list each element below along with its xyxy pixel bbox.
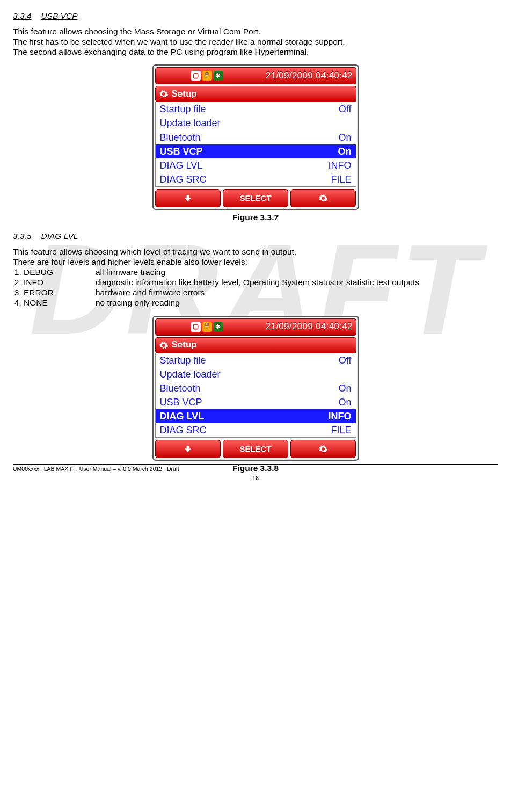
level-description: all firmware tracing (96, 267, 498, 277)
card-off-icon: ▢ (191, 71, 201, 81)
item-label: Update loader (160, 117, 221, 129)
level-item: INFOdiagnostic information like battery … (24, 277, 498, 287)
list-item[interactable]: USB VCPOn (156, 144, 356, 158)
select-button[interactable]: SELECT (223, 440, 288, 458)
page-number: 16 (13, 475, 498, 482)
item-value: On (338, 132, 351, 143)
down-button[interactable] (155, 440, 221, 458)
item-label: Update loader (160, 368, 221, 380)
item-value: INFO (328, 160, 352, 171)
level-item: NONEno tracing only reading (24, 298, 498, 308)
card-off-icon: ▢ (191, 322, 201, 332)
figure-caption: Figure 3.3.8 (13, 463, 498, 473)
item-label: Bluetooth (160, 132, 201, 143)
item-value: On (338, 382, 351, 394)
gear-icon (318, 193, 328, 203)
list-item[interactable]: BluetoothOn (156, 381, 356, 395)
device-screenshot-1: ▢ 🔒 ✱ 21/09/2009 04:40:42 Setup Startup … (152, 64, 359, 210)
gear-icon (159, 340, 169, 350)
item-value: FILE (331, 424, 351, 436)
lock-icon: 🔒 (202, 322, 212, 332)
list-item[interactable]: DIAG SRCFILE (156, 172, 356, 186)
list-item[interactable]: USB VCPOn (156, 395, 356, 409)
settings-button[interactable] (290, 189, 356, 207)
setup-label: Setup (172, 89, 197, 100)
list-item[interactable]: Startup fileOff (156, 102, 356, 116)
section-heading-334: 3.3.4 USB VCP (13, 11, 498, 21)
setup-title-bar: Setup (155, 86, 356, 102)
level-description: diagnostic information like battery leve… (96, 277, 498, 287)
level-name: NONE (24, 298, 96, 308)
status-bar: ▢ 🔒 ✱ 21/09/2009 04:40:42 (155, 318, 356, 336)
list-item[interactable]: DIAG LVLINFO (156, 158, 356, 172)
status-bar: ▢ 🔒 ✱ 21/09/2009 04:40:42 (155, 67, 356, 84)
level-description: no tracing only reading (96, 298, 498, 308)
level-item: DEBUGall firmware tracing (24, 267, 498, 277)
item-label: DIAG SRC (160, 173, 207, 185)
datetime-label: 21/09/2009 04:40:42 (266, 70, 353, 82)
setup-list: Startup fileOffUpdate loaderBluetoothOnU… (155, 353, 356, 438)
levels-list: DEBUGall firmware tracingINFOdiagnostic … (13, 267, 498, 308)
setup-title-bar: Setup (155, 337, 356, 353)
section-title: DIAG LVL (41, 231, 78, 241)
item-value: Off (339, 354, 352, 366)
level-description: hardware and firmware errors (96, 287, 498, 298)
list-item[interactable]: Update loader (156, 116, 356, 130)
list-item[interactable]: DIAG SRCFILE (156, 423, 356, 437)
section-number: 3.3.4 (13, 11, 31, 21)
item-label: USB VCP (160, 146, 203, 157)
item-value: INFO (328, 410, 352, 422)
section-334-body: This feature allows choosing the Mass St… (13, 26, 498, 57)
lock-icon: 🔒 (202, 71, 212, 81)
down-button[interactable] (155, 189, 221, 207)
bluetooth-icon: ✱ (214, 322, 223, 332)
item-value: Off (339, 103, 352, 115)
datetime-label: 21/09/2009 04:40:42 (266, 321, 353, 332)
section-number: 3.3.5 (13, 231, 31, 241)
level-name: ERROR (24, 287, 96, 298)
paragraph: This feature allows choosing the Mass St… (13, 26, 498, 37)
settings-button[interactable] (290, 440, 356, 458)
item-label: Startup file (160, 354, 206, 366)
section-title: USB VCP (41, 11, 77, 21)
list-item[interactable]: Update loader (156, 367, 356, 381)
list-item[interactable]: DIAG LVLINFO (156, 409, 356, 423)
level-name: INFO (24, 277, 96, 287)
arrow-down-icon (183, 193, 193, 203)
figure-caption: Figure 3.3.7 (13, 212, 498, 222)
level-name: DEBUG (24, 267, 96, 277)
setup-list: Startup fileOffUpdate loaderBluetoothOnU… (155, 102, 356, 187)
device-screenshot-2: ▢ 🔒 ✱ 21/09/2009 04:40:42 Setup Startup … (152, 316, 359, 461)
item-label: Bluetooth (160, 382, 201, 394)
item-label: USB VCP (160, 396, 202, 408)
list-item[interactable]: BluetoothOn (156, 130, 356, 144)
paragraph: This feature allows choosing which level… (13, 247, 498, 257)
item-value: On (338, 146, 352, 157)
section-heading-335: 3.3.5 DIAG LVL (13, 231, 498, 241)
bluetooth-icon: ✱ (214, 71, 223, 81)
setup-label: Setup (172, 339, 197, 351)
list-item[interactable]: Startup fileOff (156, 353, 356, 367)
item-value: FILE (331, 173, 351, 185)
item-label: DIAG LVL (160, 160, 203, 171)
arrow-down-icon (183, 444, 193, 454)
item-value: On (338, 396, 351, 408)
gear-icon (159, 89, 169, 99)
item-label: DIAG LVL (160, 410, 205, 422)
paragraph: The second allows exchanging data to the… (13, 47, 498, 57)
item-label: Startup file (160, 103, 206, 115)
paragraph: The first has to be selected when we wan… (13, 37, 498, 47)
level-item: ERRORhardware and firmware errors (24, 287, 498, 298)
item-label: DIAG SRC (160, 424, 207, 436)
gear-icon (318, 444, 328, 454)
select-button[interactable]: SELECT (223, 189, 288, 207)
paragraph: There are four levels and higher levels … (13, 257, 498, 267)
